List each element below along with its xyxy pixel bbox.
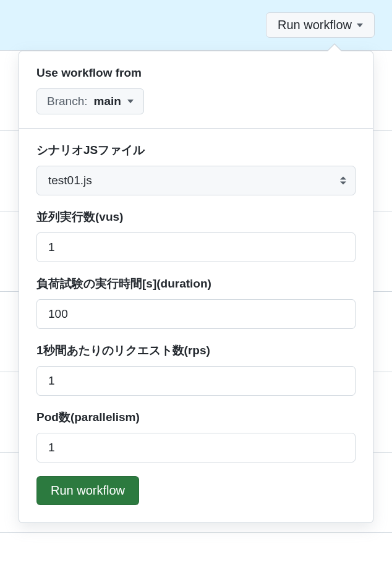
vus-field-group: 並列実行数(vus) [36,209,356,262]
workflow-dispatch-panel: Use workflow from Branch: main シナリオJSファイ… [19,51,373,523]
workflow-from-label: Use workflow from [36,66,356,80]
run-workflow-trigger-label: Run workflow [278,18,352,32]
inputs-section: シナリオJSファイル test01.js 並列実行数(vus) 負荷試験の実行時… [19,129,373,522]
parallelism-field-group: Pod数(parallelism) [36,409,356,462]
rps-field-group: 1秒間あたりのリクエスト数(rps) [36,343,356,396]
run-workflow-trigger-button[interactable]: Run workflow [266,12,375,38]
dropdown-pointer [328,45,341,51]
vus-label: 並列実行数(vus) [36,209,356,225]
parallelism-label: Pod数(parallelism) [36,409,356,425]
parallelism-input[interactable] [36,433,356,462]
scenario-select-value: test01.js [48,174,92,187]
rps-label: 1秒間あたりのリクエスト数(rps) [36,343,356,359]
duration-label: 負荷試験の実行時間[s](duration) [36,276,356,292]
caret-down-icon [357,23,363,27]
caret-down-icon [127,100,134,103]
run-workflow-submit-button[interactable]: Run workflow [36,476,139,505]
rps-input[interactable] [36,366,356,396]
branch-select-section: Use workflow from Branch: main [19,51,373,129]
duration-input[interactable] [36,299,356,329]
duration-field-group: 負荷試験の実行時間[s](duration) [36,276,356,329]
branch-value: main [93,95,121,108]
scenario-field-group: シナリオJSファイル test01.js [36,142,356,195]
scenario-label: シナリオJSファイル [36,142,356,158]
scenario-select[interactable]: test01.js [36,166,356,195]
select-updown-icon [340,177,346,185]
branch-select-button[interactable]: Branch: main [36,88,144,114]
branch-prefix: Branch: [47,95,87,108]
vus-input[interactable] [36,232,356,262]
run-workflow-submit-label: Run workflow [51,483,125,497]
